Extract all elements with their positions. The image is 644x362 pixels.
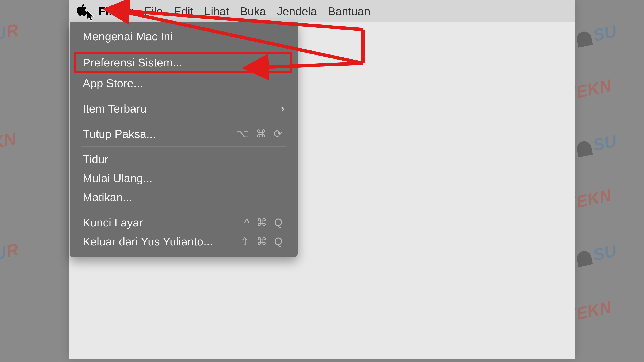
menu-item-label: Kunci Layar (83, 216, 143, 229)
apple-logo-icon (77, 4, 88, 16)
menu-item-about-mac[interactable]: Mengenai Mac Ini (70, 27, 298, 46)
menu-item-label: Preferensi Sistem... (83, 56, 182, 69)
menu-item-label: Mengenai Mac Ini (83, 30, 173, 43)
menu-item-restart[interactable]: Mulai Ulang... (70, 169, 298, 188)
desktop-window: Finder File Edit Lihat Buka Jendela Bant… (68, 0, 575, 359)
menu-separator (81, 96, 286, 96)
menu-item-shutdown[interactable]: Matikan... (70, 188, 298, 207)
menu-separator (81, 49, 286, 49)
menu-item-force-quit[interactable]: Tutup Paksa... ⌥ ⌘ ⟳ (70, 124, 298, 143)
menu-separator (81, 121, 286, 121)
menu-item-label: Keluar dari Yus Yulianto... (83, 235, 213, 248)
chevron-right-icon: › (281, 102, 284, 114)
menu-window[interactable]: Jendela (277, 5, 317, 18)
menu-item-label: App Store... (83, 76, 143, 90)
keyboard-shortcut: ⌥ ⌘ ⟳ (236, 128, 284, 140)
menu-item-label: Matikan... (83, 190, 132, 204)
menu-item-logout[interactable]: Keluar dari Yus Yulianto... ⇧ ⌘ Q (70, 232, 298, 251)
keyboard-shortcut: ^ ⌘ Q (244, 216, 284, 228)
menu-item-system-preferences[interactable]: Preferensi Sistem... (74, 52, 292, 73)
menu-item-recent-items[interactable]: Item Terbaru › (70, 99, 298, 118)
menu-separator (81, 146, 286, 147)
menu-view[interactable]: Lihat (204, 5, 229, 18)
menu-item-label: Item Terbaru (83, 102, 146, 115)
apple-dropdown-menu: Mengenai Mac Ini Preferensi Sistem... Ap… (70, 22, 298, 257)
menu-item-label: Mulai Ulang... (83, 172, 152, 185)
menu-go[interactable]: Buka (240, 5, 266, 18)
menu-help[interactable]: Bantuan (328, 5, 370, 18)
menu-bar: Finder File Edit Lihat Buka Jendela Bant… (68, 0, 575, 22)
keyboard-shortcut: ⇧ ⌘ Q (240, 235, 284, 248)
apple-menu-icon[interactable] (77, 4, 88, 18)
menu-edit[interactable]: Edit (174, 5, 193, 18)
menu-file[interactable]: File (144, 5, 163, 18)
menu-item-lock-screen[interactable]: Kunci Layar ^ ⌘ Q (70, 213, 298, 232)
app-name-menu[interactable]: Finder (98, 5, 134, 18)
menu-item-sleep[interactable]: Tidur (70, 150, 298, 169)
menu-separator (81, 210, 286, 210)
menu-item-label: Tidur (83, 152, 108, 166)
menu-item-app-store[interactable]: App Store... (70, 74, 298, 93)
menu-item-label: Tutup Paksa... (83, 127, 156, 140)
